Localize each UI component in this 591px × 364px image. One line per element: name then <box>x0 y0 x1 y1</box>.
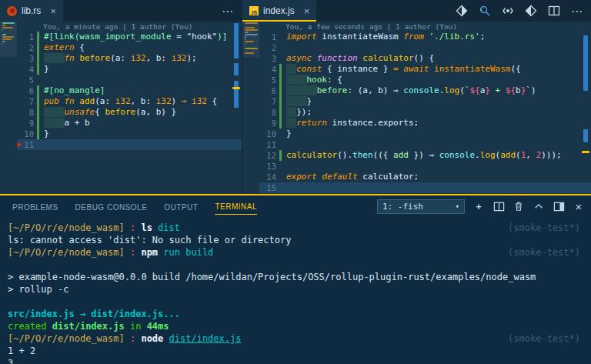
codelens-annotation[interactable]: You, a few seconds ago | 1 author (You) <box>259 22 591 32</box>
close-icon[interactable]: × <box>50 6 56 16</box>
line-number: 10 <box>17 129 37 139</box>
code-text: }); <box>286 107 312 118</box>
line-number: 6 <box>17 85 37 96</box>
code-line: 14export default calculator; <box>259 172 591 182</box>
tabbar-right: JS index.js × <box>242 0 591 22</box>
line-number: 12 <box>259 150 279 161</box>
more-actions-icon[interactable]: ⋯ <box>571 5 583 17</box>
line-number: 9 <box>259 118 279 129</box>
minimap-line <box>245 48 258 49</box>
code-text: } <box>44 64 49 75</box>
indent-guide <box>286 64 296 74</box>
kill-terminal-icon[interactable] <box>513 200 525 212</box>
line-number: 1 <box>17 32 37 42</box>
git-added-gutter <box>37 118 39 129</box>
code-line: 13 <box>259 161 591 172</box>
terminal-select[interactable]: 1: -fish ▾ <box>377 199 465 214</box>
minimap[interactable] <box>242 22 259 194</box>
code-line: 5 <box>17 75 242 85</box>
git-added-gutter <box>37 107 39 118</box>
tab-problems[interactable]: PROBLEMS <box>12 199 58 215</box>
split-terminal-icon[interactable] <box>492 200 505 212</box>
line-number: 7 <box>17 96 37 107</box>
git-added-gutter <box>279 182 282 193</box>
editor-index-js[interactable]: You, a few seconds ago | 1 author (You)1… <box>259 22 591 194</box>
terminal-line: 1 + 2 <box>8 345 591 357</box>
close-panel-icon[interactable]: × <box>573 200 585 212</box>
code-text: unsafe{ before(a, b) } <box>44 107 176 118</box>
minimap-line <box>245 52 254 54</box>
git-added-gutter <box>37 64 39 75</box>
code-line: 15 <box>259 182 591 193</box>
tab-debug-console[interactable]: DEBUG CONSOLE <box>75 199 148 215</box>
close-icon[interactable]: × <box>304 6 310 16</box>
code-text: } <box>44 129 49 139</box>
maximize-panel-icon[interactable] <box>533 200 545 212</box>
ruler-blue-mark <box>234 63 239 75</box>
code-line: 9 return instance.exports; <box>259 118 591 129</box>
code-line: 9 a + b <box>17 118 242 129</box>
rust-file-icon <box>7 6 17 16</box>
tab-terminal[interactable]: TERMINAL <box>215 198 257 215</box>
tab-lib-rs[interactable]: lib.rs × <box>0 0 63 22</box>
tab-index-js[interactable]: JS index.js × <box>242 0 316 22</box>
minimap-line <box>2 36 14 38</box>
overview-ruler[interactable] <box>581 22 591 194</box>
search-commits-icon[interactable] <box>479 5 491 17</box>
line-number: 11 <box>17 139 37 150</box>
new-terminal-icon[interactable]: + <box>472 200 485 212</box>
code-text: import instantiateWasm from './lib.rs'; <box>286 32 485 42</box>
split-editor-icon[interactable] <box>548 5 560 17</box>
code-line: 1import instantiateWasm from './lib.rs'; <box>259 32 591 42</box>
chevron-down-icon: ▾ <box>456 202 459 210</box>
open-changes-icon[interactable] <box>456 5 468 17</box>
indent-guide <box>44 53 65 63</box>
toggle-blame-icon[interactable] <box>502 5 514 17</box>
codelens-annotation[interactable]: You, a minute ago | 1 author (You) <box>17 22 242 32</box>
line-number: 3 <box>17 53 37 64</box>
code-text: a + b <box>44 118 90 129</box>
compare-with-icon[interactable] <box>525 5 537 17</box>
git-added-gutter <box>37 75 39 85</box>
overview-ruler[interactable] <box>232 22 242 194</box>
line-number: 4 <box>17 64 37 75</box>
terminal-line: ls: cannot access 'dist': No such file o… <box>8 234 591 246</box>
code-text: hook: { <box>286 75 342 85</box>
git-added-gutter <box>279 107 282 118</box>
line-number: 9 <box>17 118 37 129</box>
line-number: 2 <box>17 42 37 53</box>
terminal-output[interactable]: [~/P/O/r/e/node_wasm] : ls dist(smoke-te… <box>0 217 591 364</box>
editor-group-lib-rs: lib.rs × ⋯ You, a minute ago | 1 author … <box>0 0 242 194</box>
code-text: extern { <box>44 42 85 53</box>
code-line: 4 const { instance } = await instantiate… <box>259 64 591 75</box>
git-branch-indicator: (smoke-test*) <box>508 222 580 234</box>
minimap-line <box>2 34 6 35</box>
minimap[interactable] <box>0 22 17 194</box>
code-line: 2 <box>259 42 591 53</box>
tab-output[interactable]: OUTPUT <box>164 199 198 215</box>
git-added-gutter <box>279 118 282 129</box>
more-actions-icon[interactable]: ⋯ <box>222 5 234 17</box>
code-line: 3 fn before(a: i32, b: i32); <box>17 53 242 64</box>
git-branch-indicator: (smoke-test*) <box>508 246 580 259</box>
git-added-gutter <box>37 129 39 139</box>
terminal-line <box>8 259 591 271</box>
minimap-line <box>245 27 255 28</box>
tab-label: lib.rs <box>22 5 41 16</box>
indent-guide <box>286 107 296 117</box>
line-number: 14 <box>259 172 279 182</box>
code-line: 3async function calculator() { <box>259 53 591 64</box>
indent-guide <box>44 107 65 117</box>
minimap-line <box>2 25 5 26</box>
git-added-gutter <box>279 96 282 107</box>
code-line: 12calculator().then(({ add }) ⇒ console.… <box>259 150 591 161</box>
terminal-line: created dist/index.js in 44ms <box>8 320 591 332</box>
editor-lib-rs[interactable]: You, a minute ago | 1 author (You)1#[lin… <box>17 22 242 194</box>
git-added-gutter <box>279 161 282 172</box>
git-added-gutter <box>279 150 282 161</box>
panel-layout-icon[interactable] <box>553 200 565 212</box>
indent-guide <box>286 75 307 85</box>
terminal-line: > rollup -c <box>8 283 591 296</box>
git-added-gutter <box>279 139 282 150</box>
bottom-panel: PROBLEMS DEBUG CONSOLE OUTPUT TERMINAL 1… <box>0 194 591 364</box>
